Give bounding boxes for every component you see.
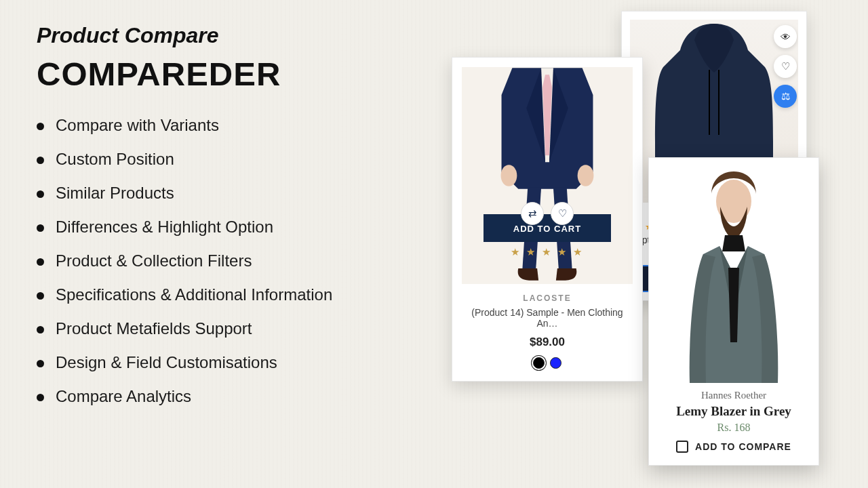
feature-item: Similar Products — [37, 184, 443, 203]
product-title: Lemy Blazer in Grey — [657, 404, 810, 419]
color-swatches — [462, 357, 633, 369]
feature-item: Compare Analytics — [37, 387, 443, 406]
color-swatch-black[interactable] — [533, 357, 545, 369]
product-price: Rs. 168 — [657, 422, 810, 434]
product-card-suit: ⇄ ♡ ADD TO CART ★ ★ ★ ★ ★ LACOSTE (Produ… — [452, 57, 643, 382]
heart-icon[interactable]: ♡ — [551, 202, 574, 225]
product-brand: Hannes Roether — [657, 390, 810, 401]
product-card-blazer: Hannes Roether Lemy Blazer in Grey Rs. 1… — [648, 157, 819, 466]
product-image: ⇄ ♡ ADD TO CART ★ ★ ★ ★ ★ — [462, 67, 633, 284]
feature-item: Custom Position — [37, 150, 443, 169]
feature-item: Specifications & Additional Information — [37, 285, 443, 304]
page-title: COMPAREDER — [37, 55, 443, 93]
product-price: $89.00 — [462, 336, 633, 349]
compare-icon[interactable]: ⇄ — [521, 202, 544, 225]
svg-point-1 — [501, 165, 517, 186]
checkbox-icon[interactable] — [676, 441, 688, 453]
color-swatch-blue[interactable] — [550, 357, 561, 369]
page-subtitle: Product Compare — [37, 23, 443, 48]
feature-item: Differences & Highlight Option — [37, 218, 443, 237]
preview-area: 👁 ♡ ⚖ GAI ★ ★ ★ ★ mpton F $440 — [443, 19, 856, 476]
product-brand: LACOSTE — [462, 293, 633, 303]
feature-item: Design & Field Customisations — [37, 353, 443, 372]
rating-stars: ★ ★ ★ ★ ★ — [484, 246, 611, 258]
svg-point-2 — [578, 165, 594, 186]
add-to-compare-label: ADD TO COMPARE — [695, 441, 791, 452]
eye-icon[interactable]: 👁 — [774, 25, 797, 48]
product-title: (Product 14) Sample - Men Clothing An… — [462, 307, 633, 329]
feature-item: Product & Collection Filters — [37, 251, 443, 270]
feature-item: Compare with Variants — [37, 116, 443, 135]
feature-item: Product Metafields Support — [37, 319, 443, 338]
product-image — [657, 166, 810, 383]
heart-icon[interactable]: ♡ — [774, 55, 797, 78]
scale-icon[interactable]: ⚖ — [774, 85, 797, 108]
feature-list: Compare with Variants Custom Position Si… — [37, 116, 443, 406]
add-to-compare-button[interactable]: ADD TO COMPARE — [657, 441, 810, 453]
